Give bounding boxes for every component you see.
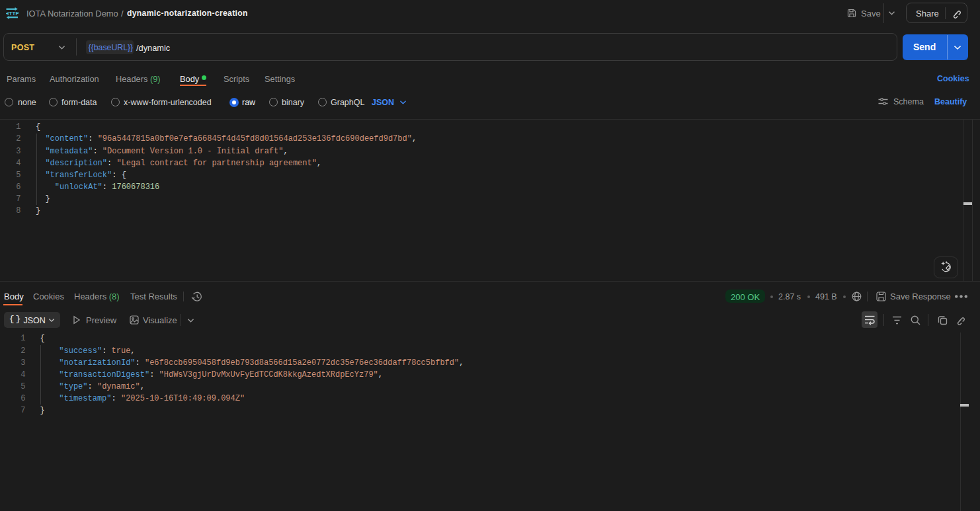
- svg-text:HTTP: HTTP: [6, 11, 19, 17]
